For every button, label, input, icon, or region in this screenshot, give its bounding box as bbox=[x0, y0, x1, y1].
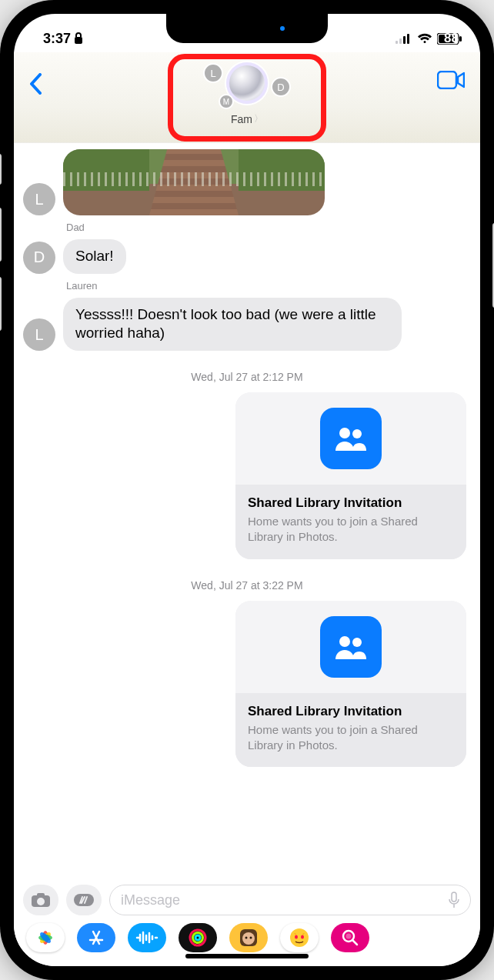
card-title: Shared Library Invitation bbox=[248, 495, 454, 511]
message-row: D Solar! bbox=[23, 239, 471, 274]
back-button[interactable] bbox=[25, 57, 71, 101]
svg-rect-3 bbox=[403, 36, 406, 44]
member-avatar-l: L bbox=[203, 63, 223, 83]
svg-point-10 bbox=[352, 429, 362, 438]
svg-point-9 bbox=[339, 428, 350, 438]
wifi-icon bbox=[417, 33, 432, 44]
svg-point-22 bbox=[193, 933, 203, 943]
sender-avatar[interactable]: L bbox=[23, 183, 55, 215]
card-title: Shared Library Invitation bbox=[248, 704, 454, 719]
screen: 3:37 88 L D bbox=[14, 14, 480, 966]
message-bubble[interactable]: Yessss!!! Doesn't look too bad (we were … bbox=[63, 298, 402, 351]
rich-link-card[interactable]: Shared Library Invitation Home wants you… bbox=[235, 601, 466, 768]
svg-point-26 bbox=[245, 937, 248, 939]
svg-point-23 bbox=[195, 935, 200, 940]
svg-rect-8 bbox=[438, 72, 456, 88]
card-subtitle: Home wants you to join a Shared Library … bbox=[248, 722, 454, 754]
app-store-icon[interactable] bbox=[77, 923, 115, 952]
clock: 3:37 bbox=[43, 31, 71, 47]
svg-point-12 bbox=[352, 638, 362, 647]
sender-name-label: Lauren bbox=[66, 280, 471, 292]
svg-point-27 bbox=[250, 937, 252, 939]
camera-button[interactable] bbox=[23, 885, 58, 915]
home-indicator[interactable] bbox=[185, 954, 309, 958]
image-attachment[interactable] bbox=[63, 149, 325, 215]
app-animoji-icon[interactable] bbox=[280, 923, 319, 952]
message-bubble[interactable]: Solar! bbox=[63, 239, 126, 274]
svg-rect-14 bbox=[37, 893, 45, 897]
message-thread[interactable]: L Dad D Solar! Lauren L Yessss!!! Doesn'… bbox=[14, 143, 480, 877]
chevron-right-icon: 〉 bbox=[254, 112, 263, 125]
message-row: L bbox=[23, 149, 471, 215]
svg-point-25 bbox=[242, 932, 255, 945]
svg-point-30 bbox=[301, 935, 304, 939]
shared-library-icon bbox=[320, 408, 382, 469]
svg-point-29 bbox=[295, 935, 298, 939]
svg-rect-7 bbox=[459, 36, 462, 42]
member-avatar-d: D bbox=[271, 77, 291, 97]
conversation-header: L D M Fam 〉 bbox=[14, 52, 480, 143]
app-drawer-button[interactable] bbox=[66, 885, 102, 915]
privacy-indicator-dot bbox=[280, 26, 285, 31]
group-info-button[interactable]: L D M Fam 〉 bbox=[71, 57, 423, 125]
svg-rect-16 bbox=[452, 892, 456, 902]
timestamp-label: Wed, Jul 27 at 3:22 PM bbox=[23, 579, 471, 592]
sender-avatar[interactable]: D bbox=[23, 242, 55, 274]
app-memoji-icon[interactable] bbox=[229, 923, 268, 952]
message-row: L Yessss!!! Doesn't look too bad (we wer… bbox=[23, 298, 471, 351]
app-hashtag-icon[interactable] bbox=[331, 923, 369, 952]
app-audio-icon[interactable] bbox=[128, 923, 166, 952]
svg-point-11 bbox=[339, 636, 350, 647]
shared-library-icon bbox=[320, 616, 382, 678]
svg-rect-1 bbox=[396, 41, 398, 44]
group-avatar-cluster: L D M bbox=[197, 58, 297, 108]
group-name-label: Fam bbox=[231, 113, 252, 125]
message-composer: iMessage bbox=[14, 877, 480, 966]
member-avatar-m: M bbox=[219, 94, 234, 109]
sender-name-label: Dad bbox=[66, 222, 471, 233]
sender-avatar[interactable]: L bbox=[23, 318, 55, 351]
battery-pct: 88 bbox=[444, 31, 459, 46]
lock-icon bbox=[74, 32, 83, 45]
rich-link-card[interactable]: Shared Library Invitation Home wants you… bbox=[235, 392, 466, 559]
dictation-icon[interactable] bbox=[449, 892, 459, 908]
app-photos-icon[interactable] bbox=[26, 923, 65, 952]
svg-rect-0 bbox=[75, 37, 82, 44]
facetime-button[interactable] bbox=[437, 57, 469, 92]
app-strip[interactable] bbox=[23, 923, 471, 952]
cellular-icon bbox=[396, 33, 412, 44]
svg-point-15 bbox=[37, 898, 45, 905]
svg-rect-2 bbox=[399, 38, 402, 44]
card-subtitle: Home wants you to join a Shared Library … bbox=[248, 514, 454, 545]
message-placeholder: iMessage bbox=[121, 892, 180, 908]
message-input[interactable]: iMessage bbox=[109, 885, 471, 915]
svg-rect-4 bbox=[407, 34, 409, 44]
app-fitness-icon[interactable] bbox=[179, 923, 217, 952]
timestamp-label: Wed, Jul 27 at 2:12 PM bbox=[23, 371, 471, 383]
svg-point-32 bbox=[346, 934, 352, 939]
svg-point-28 bbox=[290, 928, 309, 947]
notch bbox=[166, 14, 328, 43]
device-frame: 3:37 88 L D bbox=[0, 0, 494, 980]
